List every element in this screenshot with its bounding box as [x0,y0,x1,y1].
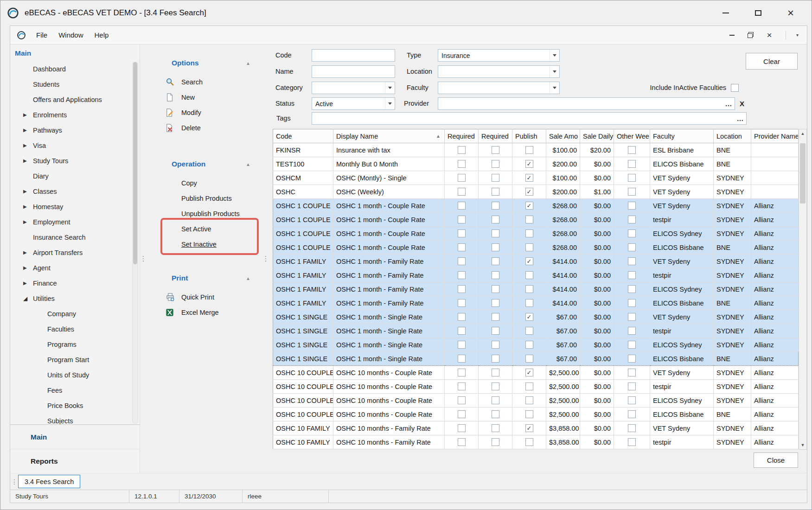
grid-checkbox-cell[interactable] [614,366,650,380]
grid-checkbox[interactable] [458,271,466,279]
grid-checkbox[interactable] [458,160,466,168]
grid-cell[interactable]: Allianz [751,324,799,338]
grid-cell[interactable]: $268.00 [546,199,580,213]
table-row[interactable]: OSHC 1 COUPLEOSHC 1 month - Couple Rate$… [273,227,799,241]
splitter-handle[interactable]: ⋮ [140,45,147,473]
grid-cell[interactable]: $0.00 [580,241,614,255]
grid-cell[interactable]: OSHC 1 SINGLE [273,310,333,324]
grid-checkbox-cell[interactable] [445,157,479,171]
table-row[interactable]: OSHC 1 FAMILYOSHC 1 month - Family Rate$… [273,268,799,282]
table-row[interactable]: FKINSRInsurance with tax$100.00$20.00ESL… [273,143,799,157]
grid-checkbox[interactable] [628,382,636,390]
table-row[interactable]: OSHC 1 FAMILYOSHC 1 month - Family Rate$… [273,282,799,296]
grid-checkbox-cell[interactable] [614,185,650,199]
grid-checkbox[interactable] [492,271,499,279]
grid-checkbox-cell[interactable] [445,213,479,227]
grid-checkbox[interactable] [458,243,466,251]
grid-cell[interactable]: $0.00 [580,213,614,227]
sidebar-item-finance[interactable]: ▶Finance [10,275,131,291]
grid-cell[interactable]: TEST100 [273,157,333,171]
grid-checkbox-cell[interactable] [512,227,546,241]
grid-cell[interactable]: OSHC 1 FAMILY [273,296,333,310]
grid-checkbox[interactable] [492,202,499,210]
grid-cell[interactable]: $20.00 [580,143,614,157]
grid-checkbox-cell[interactable] [479,310,512,324]
sidebar-item-utilities[interactable]: ◢Utilities [10,291,131,306]
group-header-options[interactable]: Options▲ [147,56,262,70]
grid-cell[interactable]: $0.00 [580,282,614,296]
grid-checkbox-cell[interactable] [479,268,512,282]
grid-checkbox[interactable] [492,243,499,251]
grid-cell[interactable]: ELICOS Sydney [650,338,714,352]
grid-cell[interactable]: OSHC 1 COUPLE [273,241,333,255]
grid-checkbox[interactable] [525,271,533,279]
include-inactive-checkbox[interactable] [731,84,739,92]
grid-cell[interactable]: Allianz [751,199,799,213]
grid-cell[interactable]: Allianz [751,268,799,282]
table-row[interactable]: TEST100Monthly But 0 Month✓$200.00$0.00E… [273,157,799,171]
sidebar-item-enrolments[interactable]: ▶Enrolments [10,107,131,122]
grid-checkbox-cell[interactable] [479,338,512,352]
grid-cell[interactable]: $0.00 [580,366,614,380]
grid-cell[interactable]: Allianz [751,227,799,241]
grid-checkbox[interactable] [492,313,499,321]
grid-cell[interactable]: testpir [650,380,714,394]
grid-cell[interactable]: Allianz [751,352,799,366]
grid-checkbox-cell[interactable]: ✓ [512,421,546,435]
grid-checkbox-cell[interactable] [512,352,546,366]
sidebar-item-programs[interactable]: Programs [10,337,131,352]
sidebar-item-visa[interactable]: ▶Visa [10,138,131,153]
column-header-required-2[interactable]: Required [445,129,479,143]
grid-checkbox[interactable] [628,243,636,251]
grid-checkbox-cell[interactable] [445,380,479,394]
grid-cell[interactable]: ELICOS Bisbane [650,408,714,421]
grid-cell[interactable]: $67.00 [546,310,580,324]
grid-checkbox[interactable]: ✓ [525,174,533,182]
grid-cell[interactable]: BNE [714,157,751,171]
grid-checkbox-cell[interactable] [614,241,650,255]
grid-cell[interactable]: SYDNEY [714,268,751,282]
grid-checkbox[interactable]: ✓ [525,202,533,210]
scrollbar-thumb[interactable] [133,62,137,264]
grid-cell[interactable]: Allianz [751,310,799,324]
grid-cell[interactable]: $100.00 [546,171,580,185]
sidebar-item-agent[interactable]: ▶Agent [10,260,131,275]
grid-checkbox[interactable] [458,424,466,432]
table-row[interactable]: OSHC 1 COUPLEOSHC 1 month - Couple Rate$… [273,213,799,227]
grid-cell[interactable]: OSHC 1 FAMILY [273,268,333,282]
location-select[interactable] [438,65,560,78]
grid-cell[interactable]: ELICOS Sydney [650,394,714,408]
collapse-icon[interactable]: ▲ [246,276,250,281]
provider-field[interactable]: … [438,97,735,110]
grid-cell[interactable]: OSHC 1 month - Family Rate [333,255,445,268]
sidebar-item-offers-and-applications[interactable]: Offers and Applications [10,92,131,107]
grid-cell[interactable]: $67.00 [546,338,580,352]
table-row[interactable]: OSHC 1 FAMILYOSHC 1 month - Family Rate$… [273,296,799,310]
grid-cell[interactable]: $414.00 [546,255,580,268]
grid-checkbox-cell[interactable] [614,394,650,408]
grid-cell[interactable]: $0.00 [580,268,614,282]
grid-cell[interactable]: OSHC 1 month - Single Rate [333,310,445,324]
grid-checkbox-cell[interactable] [614,255,650,268]
grid-checkbox-cell[interactable] [479,185,512,199]
grid-cell[interactable]: OSHC 10 COUPLE [273,366,333,380]
grid-cell[interactable]: OSHC 1 month - Couple Rate [333,213,445,227]
grid-checkbox-cell[interactable] [614,310,650,324]
grid-cell[interactable] [751,171,799,185]
grid-cell[interactable]: $0.00 [580,394,614,408]
grid-checkbox-cell[interactable] [445,366,479,380]
grid-checkbox[interactable] [492,355,499,363]
grid-checkbox-cell[interactable] [512,324,546,338]
grid-cell[interactable]: $0.00 [580,408,614,421]
grid-cell[interactable]: OSHC 10 months - Family Rate [333,421,445,435]
grid-cell[interactable]: OSHC 1 month - Family Rate [333,296,445,310]
grid-cell[interactable]: OSHC 10 COUPLE [273,408,333,421]
grid-checkbox[interactable] [492,160,499,168]
chevron-down-icon[interactable] [550,66,559,77]
grid-checkbox-cell[interactable] [614,143,650,157]
sidebar-item-pathways[interactable]: ▶Pathways [10,122,131,138]
table-row[interactable]: OSHC 1 COUPLEOSHC 1 month - Couple Rate$… [273,241,799,255]
grid-cell[interactable]: $414.00 [546,296,580,310]
grid-cell[interactable]: SYDNEY [714,255,751,268]
grid-cell[interactable]: OSHC 10 months - Couple Rate [333,408,445,421]
